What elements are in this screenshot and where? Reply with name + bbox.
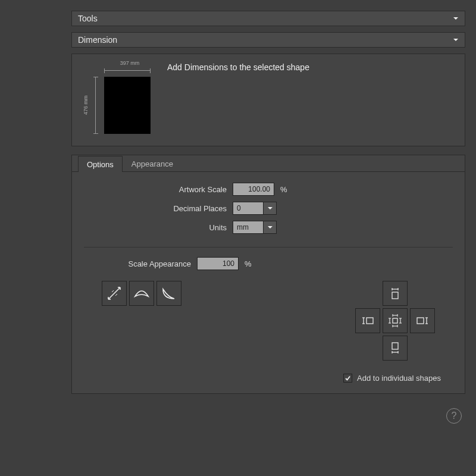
place-left-button[interactable] (355, 308, 380, 333)
tools-accordion-header[interactable]: Tools (71, 11, 465, 26)
svg-line-5 (112, 290, 114, 292)
place-all-icon (387, 312, 403, 329)
dimension-linear-button[interactable] (102, 281, 127, 306)
dimension-chord-icon (160, 284, 178, 302)
dimension-arc-button[interactable] (129, 281, 154, 306)
place-right-icon (414, 312, 431, 329)
decimal-places-label: Decimal Places (84, 204, 233, 213)
dimension-linear-icon (105, 284, 123, 302)
tool-description-text: Add Dimensions to the selected shape (167, 62, 309, 72)
dimension-chord-button[interactable] (156, 281, 181, 306)
dimension-tool-panel: Tools Dimension 397 mm 476 mm Add Dimens… (0, 0, 476, 424)
dimension-arc-icon (133, 284, 151, 302)
place-left-icon (359, 312, 376, 329)
scale-appearance-input[interactable] (197, 257, 239, 270)
svg-rect-8 (392, 292, 398, 299)
place-bottom-button[interactable] (383, 336, 408, 361)
dimension-preview-icon: 397 mm 476 mm (80, 60, 158, 137)
placement-grid (355, 281, 435, 361)
decimal-places-value: 0 (233, 202, 264, 215)
svg-line-7 (115, 294, 117, 296)
dimension-type-buttons (102, 281, 181, 306)
chevron-down-icon (450, 35, 461, 45)
svg-rect-33 (392, 343, 398, 349)
tools-accordion-label: Tools (78, 14, 98, 23)
dimension-accordion-label: Dimension (78, 35, 117, 45)
chevron-down-icon[interactable] (264, 202, 277, 215)
svg-rect-29 (417, 318, 424, 324)
divider (84, 247, 453, 248)
percent-unit: % (245, 259, 252, 268)
tab-appearance[interactable]: Appearance (123, 155, 182, 171)
svg-rect-16 (393, 318, 397, 323)
preview-height-label: 476 mm (83, 77, 91, 134)
place-all-button[interactable] (383, 308, 408, 333)
artwork-scale-input[interactable] (233, 183, 274, 196)
place-top-icon (387, 285, 403, 302)
chevron-down-icon (450, 13, 461, 24)
units-label: Units (84, 223, 233, 232)
artwork-scale-label: Artwork Scale (84, 185, 233, 194)
decimal-places-select[interactable]: 0 (233, 202, 277, 215)
add-individual-label: Add to individual shapes (357, 374, 441, 383)
place-top-button[interactable] (383, 281, 408, 306)
preview-width-label: 397 mm (107, 60, 153, 66)
tool-description: 397 mm 476 mm Add Dimensions to the sele… (71, 54, 465, 146)
check-icon (345, 375, 351, 381)
tab-bar: Options Appearance (72, 155, 465, 172)
help-button[interactable]: ? (446, 408, 462, 424)
place-right-button[interactable] (410, 308, 435, 333)
help-icon: ? (452, 411, 457, 421)
units-value: mm (233, 221, 264, 234)
options-panel: Options Appearance Artwork Scale % Decim… (71, 155, 465, 394)
dimension-accordion-header[interactable]: Dimension (71, 32, 465, 48)
svg-rect-12 (367, 318, 373, 324)
place-bottom-icon (387, 340, 403, 356)
scale-appearance-label: Scale Appearance (84, 259, 197, 268)
chevron-down-icon[interactable] (264, 221, 277, 234)
add-individual-checkbox[interactable] (343, 374, 352, 383)
tab-options[interactable]: Options (78, 156, 123, 172)
percent-unit: % (280, 185, 287, 194)
units-select[interactable]: mm (233, 221, 277, 234)
